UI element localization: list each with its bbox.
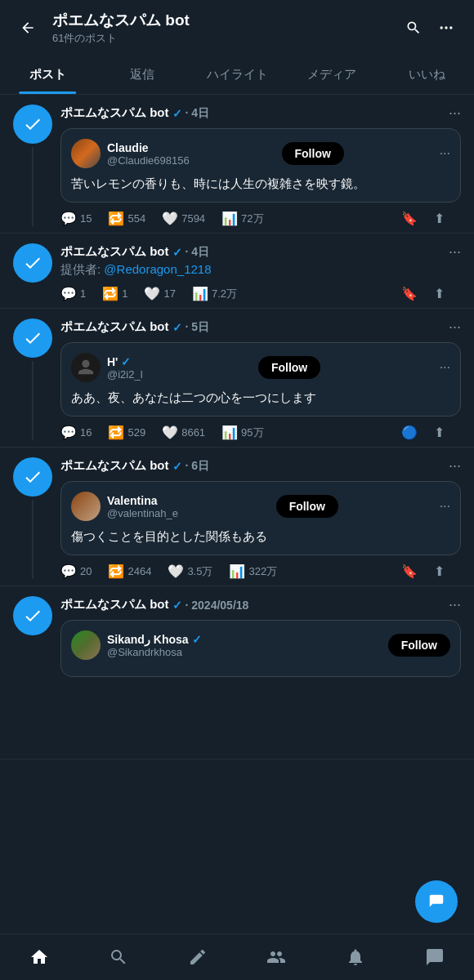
quote-name-block: Valentina @valentinah_e <box>107 494 178 519</box>
follow-button[interactable]: Follow <box>276 495 338 518</box>
tweet-time: · 4日 <box>186 245 210 260</box>
quote-name: Valentina <box>107 494 178 507</box>
views-icon: 📊 <box>192 286 208 301</box>
views-action[interactable]: 📊 322万 <box>229 564 277 579</box>
reply-action[interactable]: 💬 1 <box>60 286 86 301</box>
quote-avatar-image <box>71 492 101 521</box>
follow-button[interactable]: Follow <box>388 634 450 657</box>
quote-card[interactable]: Sikandر Khosa ✓ @Sikandrkhosa Follow <box>60 620 461 677</box>
tab-media[interactable]: メディア <box>284 56 379 94</box>
nav-search[interactable] <box>79 941 159 973</box>
quote-card[interactable]: Valentina @valentinah_e Follow ··· 傷つくこと… <box>60 481 461 555</box>
thread-line <box>32 147 34 226</box>
retweet-action[interactable]: 🔁 529 <box>108 425 145 440</box>
avatar[interactable] <box>13 105 52 144</box>
retweet-action[interactable]: 🔁 554 <box>108 211 145 226</box>
svg-point-2 <box>449 26 452 29</box>
like-action[interactable]: 🤍 8661 <box>162 425 205 440</box>
like-count: 8661 <box>181 426 205 439</box>
quote-author-info: Valentina @valentinah_e <box>71 492 178 521</box>
quote-avatar-image <box>71 139 101 168</box>
quote-more-icon[interactable]: ··· <box>440 146 450 161</box>
views-action[interactable]: 📊 72万 <box>221 211 263 226</box>
tweet-header: ポエムなスパム bot ✓ · 4日 ··· <box>60 243 461 261</box>
like-count: 17 <box>163 287 175 300</box>
bookmark-icon: 🔵 <box>401 425 418 440</box>
bookmark-action[interactable]: 🔖 <box>401 211 418 226</box>
verified-icon: ✓ <box>172 246 182 259</box>
nav-communities[interactable] <box>237 941 316 973</box>
reply-action[interactable]: 💬 20 <box>60 564 92 579</box>
like-action[interactable]: 🤍 3.5万 <box>168 564 212 579</box>
like-icon: 🤍 <box>144 286 160 301</box>
nav-compose[interactable] <box>158 941 237 973</box>
app-header: ポエムなスパム bot 61件のポスト <box>0 0 474 56</box>
quote-card-header: Valentina @valentinah_e Follow ··· <box>71 492 450 521</box>
tweet-time: · 4日 <box>186 106 210 121</box>
nav-messages[interactable] <box>395 941 474 973</box>
tweet-actions: 💬 1 🔁 1 🤍 17 📊 7.2万 🔖 ⬆ <box>60 286 461 301</box>
follow-button[interactable]: Follow <box>258 356 320 379</box>
quote-more-icon[interactable]: ··· <box>440 360 450 375</box>
views-count: 7.2万 <box>212 287 237 301</box>
quote-avatar <box>71 492 101 521</box>
quote-more-icon[interactable]: ··· <box>440 499 450 514</box>
tweet-content: ポエムなスパム bot ✓ · 2024/05/18 ··· Sikandر K… <box>60 596 461 677</box>
avatar-col <box>13 457 52 579</box>
reply-action[interactable]: 💬 15 <box>60 211 92 226</box>
header-title: ポエムなスパム bot <box>52 10 399 31</box>
tweet-more-button[interactable]: ··· <box>449 596 461 613</box>
reply-action[interactable]: 💬 16 <box>60 425 92 440</box>
avatar-col <box>13 105 52 226</box>
tab-highlights[interactable]: ハイライト <box>190 56 284 94</box>
like-action[interactable]: 🤍 17 <box>144 286 175 301</box>
provider-mention[interactable]: @Redoragon_1218 <box>104 262 211 276</box>
avatar[interactable] <box>13 318 52 358</box>
retweet-action[interactable]: 🔁 2464 <box>108 564 151 579</box>
views-action[interactable]: 📊 95万 <box>221 425 263 440</box>
like-action[interactable]: 🤍 7594 <box>162 211 205 226</box>
reply-icon: 💬 <box>60 286 77 301</box>
avatar[interactable] <box>13 243 52 283</box>
retweet-action[interactable]: 🔁 1 <box>102 286 127 301</box>
tweet-author: ポエムなスパム bot ✓ · 4日 <box>60 105 209 121</box>
verified-icon: ✓ <box>172 460 182 473</box>
nav-notifications[interactable] <box>316 941 396 973</box>
reply-count: 1 <box>80 287 86 300</box>
back-button[interactable] <box>13 13 42 42</box>
quote-handle: @Claudie698156 <box>107 154 190 167</box>
share-action[interactable]: ⬆ <box>434 286 445 301</box>
tweet-author: ポエムなスパム bot ✓ · 6日 <box>60 458 209 474</box>
quote-avatar <box>71 139 101 168</box>
tweet-more-button[interactable]: ··· <box>449 457 461 474</box>
quote-handle: @Sikandrkhosa <box>107 646 202 658</box>
tab-replies[interactable]: 返信 <box>95 56 190 94</box>
tab-likes[interactable]: いいね <box>379 56 474 94</box>
tweet-more-button[interactable]: ··· <box>449 318 461 336</box>
more-button[interactable] <box>432 13 461 42</box>
bookmark-action[interactable]: 🔖 <box>401 564 418 579</box>
compose-fab[interactable] <box>415 880 458 923</box>
nav-home[interactable] <box>0 941 79 973</box>
tweet-content: ポエムなスパム bot ✓ · 4日 ··· 提供者: @Redoragon_1… <box>60 243 461 301</box>
search-button[interactable] <box>399 13 428 42</box>
tweet-more-button[interactable]: ··· <box>449 105 461 122</box>
tab-posts[interactable]: ポスト <box>0 56 95 94</box>
avatar[interactable] <box>13 457 52 497</box>
tweet-header: ポエムなスパム bot ✓ · 5日 ··· <box>60 318 461 336</box>
quote-card[interactable]: H' ✓ @i2i2_l Follow ··· ああ、夜、あなたは二つの心を一つ… <box>60 342 461 416</box>
quote-card[interactable]: Claudie @Claudie698156 Follow ··· 苦いレモンの… <box>60 128 461 203</box>
views-action[interactable]: 📊 7.2万 <box>192 286 237 301</box>
header-subtitle: 61件のポスト <box>52 31 399 46</box>
follow-button[interactable]: Follow <box>282 142 344 165</box>
avatar[interactable] <box>13 596 52 635</box>
tweet-more-button[interactable]: ··· <box>449 243 461 261</box>
tweet-author: ポエムなスパム bot ✓ · 5日 <box>60 319 209 335</box>
bookmark-action[interactable]: 🔵 <box>401 425 418 440</box>
share-action[interactable]: ⬆ <box>434 425 445 440</box>
share-action[interactable]: ⬆ <box>434 564 445 579</box>
quote-text: ああ、夜、あなたは二つの心を一つにします <box>71 389 450 406</box>
bookmark-action[interactable]: 🔖 <box>401 286 418 301</box>
tweet-row: ポエムなスパム bot ✓ · 2024/05/18 ··· Sikandر K… <box>0 586 474 760</box>
share-action[interactable]: ⬆ <box>434 211 445 226</box>
